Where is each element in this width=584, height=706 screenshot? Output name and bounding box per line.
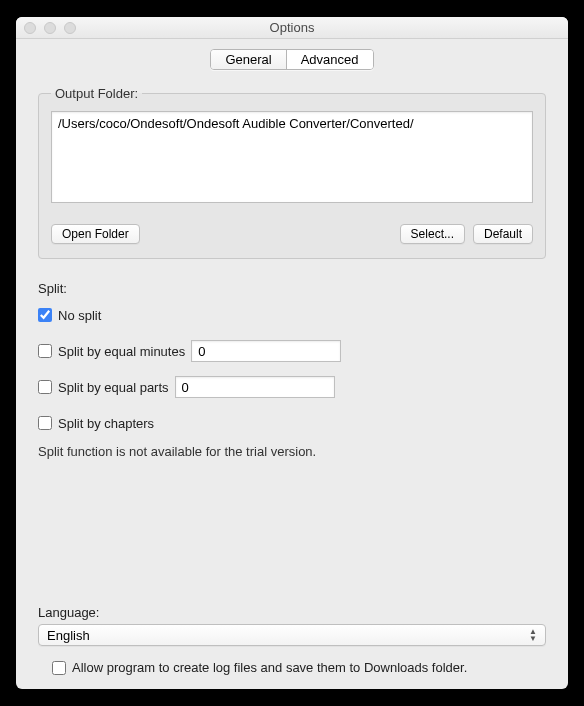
split-note: Split function is not available for the …: [38, 444, 546, 459]
language-label: Language:: [38, 605, 546, 620]
split-chapters-checkbox[interactable]: [38, 416, 52, 430]
split-equal-parts-input[interactable]: [175, 376, 335, 398]
split-legend: Split:: [38, 281, 546, 296]
open-folder-button[interactable]: Open Folder: [51, 224, 140, 244]
tab-general[interactable]: General: [211, 50, 286, 69]
tab-segment: General Advanced: [210, 49, 373, 70]
split-equal-parts-checkbox[interactable]: [38, 380, 52, 394]
log-row: Allow program to create log files and sa…: [52, 660, 546, 675]
output-folder-path[interactable]: [51, 111, 533, 203]
allow-log-checkbox[interactable]: [52, 661, 66, 675]
minimize-icon[interactable]: [44, 22, 56, 34]
output-folder-buttons: Open Folder Select... Default: [51, 224, 533, 244]
split-panel: Split: No split Split by equal minutes S…: [38, 281, 546, 459]
split-chapters-label: Split by chapters: [58, 416, 154, 431]
split-equal-minutes-input[interactable]: [191, 340, 341, 362]
output-folder-legend: Output Folder:: [51, 86, 142, 101]
content-area: Output Folder: Open Folder Select... Def…: [16, 70, 568, 689]
language-block: Language: English ▲▼: [38, 545, 546, 646]
split-equal-minutes-label: Split by equal minutes: [58, 344, 185, 359]
tab-bar: General Advanced: [16, 39, 568, 70]
close-icon[interactable]: [24, 22, 36, 34]
default-folder-button[interactable]: Default: [473, 224, 533, 244]
zoom-icon[interactable]: [64, 22, 76, 34]
no-split-checkbox[interactable]: [38, 308, 52, 322]
options-window: Options General Advanced Output Folder: …: [16, 17, 568, 689]
allow-log-label: Allow program to create log files and sa…: [72, 660, 467, 675]
split-equal-parts-label: Split by equal parts: [58, 380, 169, 395]
tab-advanced[interactable]: Advanced: [287, 50, 373, 69]
traffic-lights: [16, 22, 76, 34]
language-select[interactable]: English: [38, 624, 546, 646]
output-folder-panel: Output Folder: Open Folder Select... Def…: [38, 86, 546, 259]
window-title: Options: [16, 20, 568, 35]
titlebar: Options: [16, 17, 568, 39]
split-equal-minutes-checkbox[interactable]: [38, 344, 52, 358]
select-folder-button[interactable]: Select...: [400, 224, 465, 244]
no-split-label: No split: [58, 308, 101, 323]
